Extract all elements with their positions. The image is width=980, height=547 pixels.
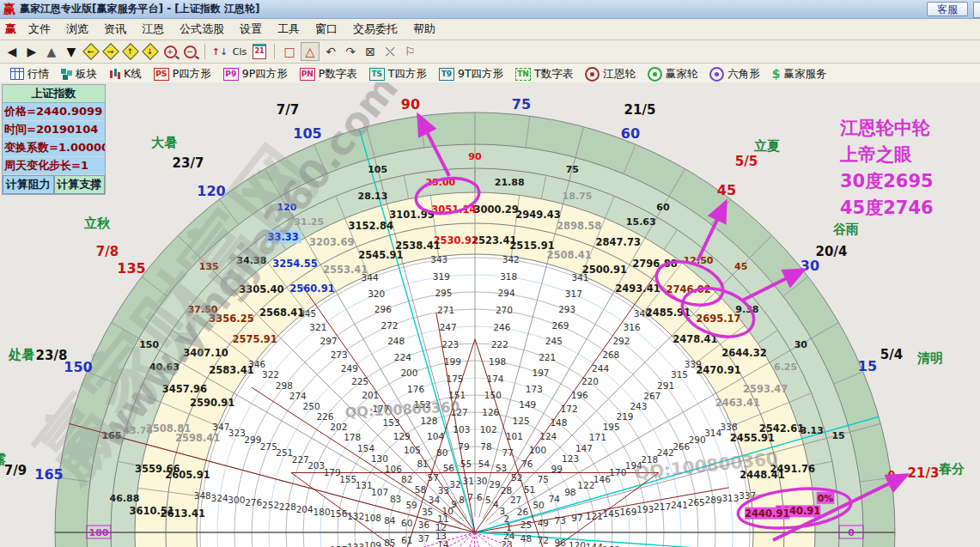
svg-text:34: 34 — [429, 495, 441, 505]
gann-annotation-text: 江恩轮中轮上帝之眼30度269545度2746 — [840, 115, 934, 222]
menu-item-7[interactable]: 窗口 — [307, 20, 345, 39]
feature-quotes[interactable]: 行情 — [5, 66, 54, 82]
customer-service-button[interactable]: 客服 — [927, 2, 968, 16]
menu-items: 文件浏览资讯江恩公式选股设置工具窗口交易委托帮助 — [21, 20, 443, 39]
feature-label: 赢家服务 — [783, 67, 826, 82]
draw-triangle-icon[interactable]: △ — [301, 42, 320, 61]
menu-item-5[interactable]: 设置 — [232, 20, 270, 39]
svg-text:27: 27 — [510, 495, 521, 505]
feature-t-number-table[interactable]: TNT数字表 — [510, 66, 578, 82]
feature-label: 行情 — [27, 67, 49, 82]
feature-label: 9P四方形 — [242, 67, 288, 82]
svg-text:101: 101 — [506, 431, 523, 441]
svg-text:147: 147 — [575, 443, 593, 453]
up-arrow-icon[interactable]: ▲ — [43, 43, 60, 60]
svg-text:77: 77 — [502, 447, 514, 458]
menu-item-8[interactable]: 交易委托 — [345, 20, 405, 39]
svg-text:32: 32 — [449, 479, 460, 489]
edge-partial-button[interactable] — [973, 2, 980, 18]
svg-text:61: 61 — [401, 535, 412, 545]
menu-item-1[interactable]: 浏览 — [58, 20, 96, 39]
feature-hexagon[interactable]: 六角形 — [704, 66, 765, 82]
calc-support-button[interactable]: 计算支撑 — [54, 175, 106, 194]
svg-text:15: 15 — [831, 430, 844, 441]
svg-text:79: 79 — [458, 441, 469, 452]
svg-text:0: 0 — [848, 527, 855, 538]
svg-text:324: 324 — [211, 493, 228, 503]
rotate-cw-icon[interactable]: ↷ — [342, 43, 359, 60]
svg-text:227: 227 — [292, 454, 309, 465]
svg-text:58: 58 — [415, 484, 426, 495]
svg-text:48: 48 — [520, 533, 532, 544]
menu-item-2[interactable]: 资讯 — [96, 20, 134, 39]
feature-label: 9T四方形 — [458, 67, 503, 82]
chart-area[interactable]: 1234567891011121314151621222324252627282… — [0, 82, 980, 547]
svg-text:128: 128 — [420, 416, 437, 426]
svg-text:2493.41: 2493.41 — [615, 283, 660, 295]
svg-text:37: 37 — [418, 533, 429, 544]
feature-winner-wheel[interactable]: 赢家轮 — [642, 66, 703, 82]
feature-t-square[interactable]: TST四方形 — [364, 66, 432, 82]
down-arrow-icon[interactable]: ▼ — [63, 43, 80, 60]
svg-text:338: 338 — [721, 422, 738, 432]
dollar-icon: $ — [772, 67, 781, 81]
feature-p-square[interactable]: PSP四方形 — [149, 66, 216, 82]
svg-text:154: 154 — [357, 443, 374, 453]
cls-button-icon[interactable]: Cls — [231, 43, 248, 60]
gann-note-line: 30度2695 — [840, 168, 934, 195]
feature-winner-service[interactable]: $赢家服务 — [767, 66, 832, 82]
rim-label: 白露 — [0, 452, 6, 467]
svg-text:74: 74 — [549, 494, 561, 504]
svg-text:73: 73 — [554, 515, 565, 526]
menu-item-9[interactable]: 帮助 — [405, 20, 443, 39]
feature-sectors[interactable]: 板块 — [56, 66, 102, 82]
forward-arrow-icon[interactable]: ▶ — [23, 43, 40, 60]
svg-text:124: 124 — [539, 431, 557, 441]
pan-left-icon[interactable]: ← — [82, 43, 100, 60]
gann-note-line: 45度2746 — [840, 195, 934, 222]
svg-text:2500.91: 2500.91 — [582, 264, 627, 276]
svg-text:57: 57 — [428, 472, 439, 483]
svg-text:180: 180 — [89, 527, 109, 538]
zoom-out-icon[interactable]: − — [181, 43, 198, 60]
stock-panel-row-3: 周天变化步长=1 — [3, 157, 105, 175]
calc-resistance-button[interactable]: 计算阻力 — [3, 175, 54, 194]
feature-9p-square[interactable]: P99P四方形 — [218, 66, 293, 82]
feature-label: P数字表 — [319, 67, 357, 82]
feature-p-number-table[interactable]: PNP数字表 — [295, 66, 362, 82]
pan-right-icon[interactable]: → — [102, 43, 119, 60]
back-arrow-icon[interactable]: ◀ — [3, 43, 21, 60]
rotate-ccw-icon[interactable]: ↶ — [322, 43, 339, 60]
svg-text:2470.91: 2470.91 — [696, 364, 740, 376]
zoom-in-icon[interactable]: + — [161, 43, 179, 60]
menu-item-4[interactable]: 公式选股 — [172, 20, 232, 39]
toolbar-separator — [274, 44, 275, 59]
rim-label: 75 — [512, 96, 531, 112]
svg-text:132: 132 — [347, 511, 364, 521]
svg-text:2545.91: 2545.91 — [358, 249, 403, 261]
feature-gann-wheel[interactable]: 江恩轮 — [580, 66, 641, 82]
rim-label: 处暑 — [8, 347, 34, 362]
cross-select-icon[interactable]: ⤬ — [381, 43, 399, 60]
updown-arrows-icon[interactable]: ↑↓ — [211, 43, 228, 60]
menu-item-6[interactable]: 工具 — [270, 20, 307, 39]
svg-text:75: 75 — [538, 474, 549, 484]
menu-item-0[interactable]: 文件 — [21, 20, 58, 39]
svg-text:203: 203 — [307, 460, 325, 471]
feature-kline[interactable]: K线 — [104, 66, 147, 82]
draw-square-icon[interactable]: □ — [281, 43, 298, 60]
pan-up-icon[interactable]: ↑ — [122, 43, 139, 60]
gann-wheel-chart[interactable]: 1234567891011121314151621222324252627282… — [0, 82, 980, 547]
svg-text:46.88: 46.88 — [110, 493, 140, 504]
svg-text:3254.55: 3254.55 — [272, 258, 317, 270]
feature-9t-square[interactable]: T99T四方形 — [434, 66, 508, 82]
flag-icon[interactable]: ⚐ — [401, 43, 418, 60]
pan-down-icon[interactable]: ↓ — [142, 43, 159, 60]
svg-text:55: 55 — [460, 459, 472, 469]
calendar-icon[interactable]: 21 — [251, 43, 268, 60]
menu-item-3[interactable]: 江恩 — [134, 20, 172, 39]
svg-text:6: 6 — [477, 492, 483, 502]
box-x-icon[interactable]: ⊠ — [362, 43, 379, 60]
svg-text:123: 123 — [562, 453, 579, 464]
svg-text:200: 200 — [400, 368, 417, 378]
